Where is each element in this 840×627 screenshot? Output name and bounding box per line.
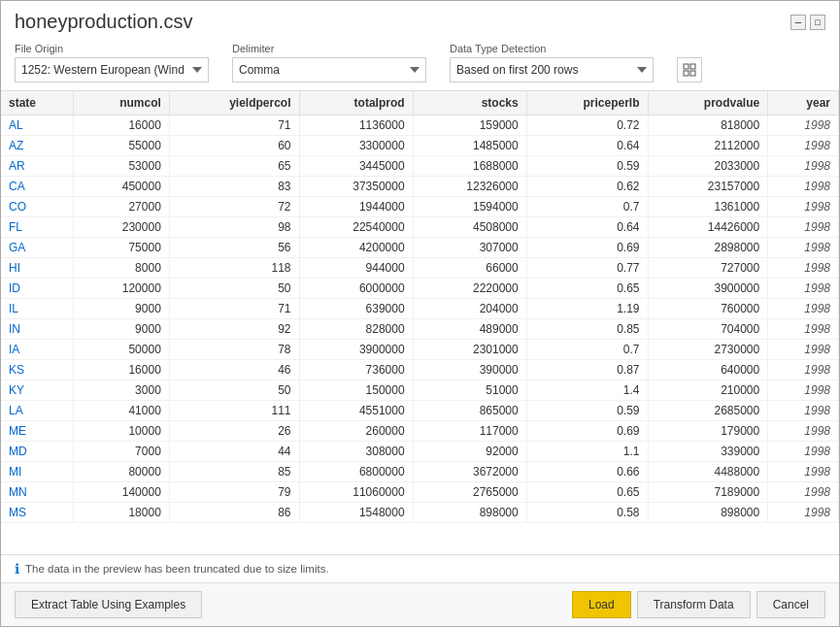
cell-r18-c4: 2765000 xyxy=(413,482,526,503)
data-area: statenumcolyieldpercoltotalprodstockspri… xyxy=(1,91,839,582)
cell-r6-c6: 2898000 xyxy=(648,238,768,258)
cell-r9-c7: 1998 xyxy=(768,299,839,319)
table-row: CO2700072194400015940000.713610001998 xyxy=(1,197,839,217)
cell-r1-c2: 60 xyxy=(169,136,299,156)
cell-r8-c0: ID xyxy=(1,279,73,299)
cell-r1-c3: 3300000 xyxy=(299,136,413,156)
cell-r3-c0: CA xyxy=(1,177,73,197)
cell-r3-c6: 23157000 xyxy=(648,177,768,197)
cell-r16-c1: 7000 xyxy=(73,442,169,462)
cell-r4-c3: 1944000 xyxy=(299,197,413,217)
cell-r8-c3: 6000000 xyxy=(299,279,413,299)
table-header: statenumcolyieldpercoltotalprodstockspri… xyxy=(1,91,839,116)
cell-r12-c1: 16000 xyxy=(73,360,169,380)
cell-r18-c2: 79 xyxy=(169,482,299,503)
cell-r18-c6: 7189000 xyxy=(648,482,768,503)
cell-r10-c4: 489000 xyxy=(413,319,526,340)
table-row: FL230000982254000045080000.6414426000199… xyxy=(1,217,839,238)
cell-r15-c2: 26 xyxy=(169,421,299,442)
cell-r18-c7: 1998 xyxy=(768,482,839,503)
info-bar: ℹ The data in the preview has been trunc… xyxy=(1,554,839,582)
cell-r14-c4: 865000 xyxy=(413,401,526,421)
footer-right-buttons: Load Transform Data Cancel xyxy=(572,591,825,618)
cell-r19-c7: 1998 xyxy=(768,503,839,523)
info-message: The data in the preview has been truncat… xyxy=(25,563,329,575)
file-origin-select[interactable]: 1252: Western European (Windows) xyxy=(15,57,209,82)
table-row: IA5000078390000023010000.727300001998 xyxy=(1,340,839,360)
delimiter-select[interactable]: Comma xyxy=(232,57,426,82)
table-row: GA750005642000003070000.6928980001998 xyxy=(1,238,839,258)
cell-r8-c1: 120000 xyxy=(73,279,169,299)
delimiter-label: Delimiter xyxy=(232,43,426,54)
cell-r18-c1: 140000 xyxy=(73,482,169,503)
cell-r7-c2: 118 xyxy=(169,258,299,279)
table-body: AL160007111360001590000.728180001998AZ55… xyxy=(1,116,839,523)
cell-r4-c4: 1594000 xyxy=(413,197,526,217)
cell-r4-c5: 0.7 xyxy=(526,197,648,217)
cell-r9-c2: 71 xyxy=(169,299,299,319)
cell-r7-c0: HI xyxy=(1,258,73,279)
toolbar: File Origin 1252: Western European (Wind… xyxy=(1,39,839,91)
cell-r12-c6: 640000 xyxy=(648,360,768,380)
table-row: KS16000467360003900000.876400001998 xyxy=(1,360,839,380)
cell-r6-c3: 4200000 xyxy=(299,238,413,258)
cell-r3-c1: 450000 xyxy=(73,177,169,197)
cell-r12-c3: 736000 xyxy=(299,360,413,380)
detection-select[interactable]: Based on first 200 rows xyxy=(450,57,654,82)
table-row: AZ5500060330000014850000.6421120001998 xyxy=(1,136,839,156)
cell-r11-c0: IA xyxy=(1,340,73,360)
settings-icon-button[interactable] xyxy=(677,57,702,82)
main-window: honeyproduction.csv ─ □ File Origin 1252… xyxy=(0,0,840,627)
cell-r16-c3: 308000 xyxy=(299,442,413,462)
cell-r19-c3: 1548000 xyxy=(299,503,413,523)
cell-r9-c0: IL xyxy=(1,299,73,319)
cell-r5-c6: 14426000 xyxy=(648,217,768,238)
cell-r6-c0: GA xyxy=(1,238,73,258)
load-button[interactable]: Load xyxy=(572,591,631,618)
cell-r0-c5: 0.72 xyxy=(526,116,648,136)
cell-r2-c2: 65 xyxy=(169,156,299,177)
cell-r6-c2: 56 xyxy=(169,238,299,258)
cell-r2-c5: 0.59 xyxy=(526,156,648,177)
table-row: KY300050150000510001.42100001998 xyxy=(1,380,839,401)
cell-r8-c6: 3900000 xyxy=(648,279,768,299)
cell-r13-c6: 210000 xyxy=(648,380,768,401)
cell-r11-c7: 1998 xyxy=(768,340,839,360)
table-wrapper[interactable]: statenumcolyieldpercoltotalprodstockspri… xyxy=(1,91,839,554)
cell-r2-c7: 1998 xyxy=(768,156,839,177)
cell-r5-c7: 1998 xyxy=(768,217,839,238)
cell-r16-c2: 44 xyxy=(169,442,299,462)
cell-r7-c3: 944000 xyxy=(299,258,413,279)
cell-r9-c6: 760000 xyxy=(648,299,768,319)
cell-r1-c5: 0.64 xyxy=(526,136,648,156)
extract-table-button[interactable]: Extract Table Using Examples xyxy=(15,591,202,618)
info-icon: ℹ xyxy=(15,561,19,577)
cancel-button[interactable]: Cancel xyxy=(756,591,825,618)
cell-r17-c1: 80000 xyxy=(73,462,169,482)
cell-r16-c7: 1998 xyxy=(768,442,839,462)
cell-r12-c2: 46 xyxy=(169,360,299,380)
table-row: MI8000085680000036720000.6644880001998 xyxy=(1,462,839,482)
cell-r9-c1: 9000 xyxy=(73,299,169,319)
cell-r9-c4: 204000 xyxy=(413,299,526,319)
cell-r16-c5: 1.1 xyxy=(526,442,648,462)
cell-r0-c4: 159000 xyxy=(413,116,526,136)
maximize-button[interactable]: □ xyxy=(810,15,825,30)
cell-r13-c4: 51000 xyxy=(413,380,526,401)
cell-r14-c6: 2685000 xyxy=(648,401,768,421)
cell-r19-c2: 86 xyxy=(169,503,299,523)
table-row: IL9000716390002040001.197600001998 xyxy=(1,299,839,319)
data-table: statenumcolyieldpercoltotalprodstockspri… xyxy=(1,91,839,523)
minimize-button[interactable]: ─ xyxy=(790,15,806,30)
cell-r18-c5: 0.65 xyxy=(526,482,648,503)
cell-r17-c7: 1998 xyxy=(768,462,839,482)
cell-r1-c7: 1998 xyxy=(768,136,839,156)
cell-r19-c4: 898000 xyxy=(413,503,526,523)
detection-group: Data Type Detection Based on first 200 r… xyxy=(450,43,654,82)
cell-r11-c6: 2730000 xyxy=(648,340,768,360)
cell-r8-c2: 50 xyxy=(169,279,299,299)
cell-r0-c3: 1136000 xyxy=(299,116,413,136)
cell-r6-c1: 75000 xyxy=(73,238,169,258)
cell-r4-c2: 72 xyxy=(169,197,299,217)
transform-data-button[interactable]: Transform Data xyxy=(637,591,751,618)
